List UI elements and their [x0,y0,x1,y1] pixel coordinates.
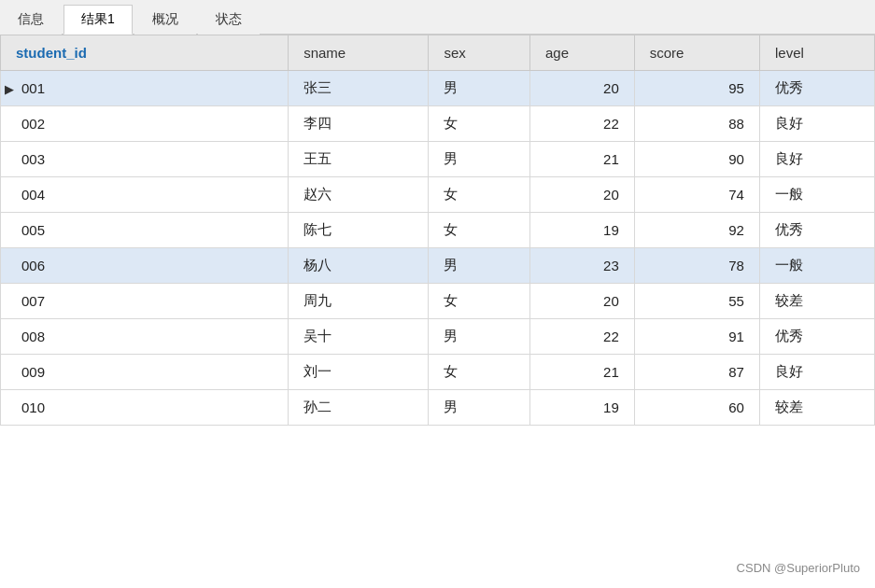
col-header-score: score [634,35,759,71]
cell-student_id-7: 008 [1,319,289,355]
cell-age-8: 21 [529,355,634,390]
cell-sex-8: 女 [429,355,530,390]
watermark: CSDN @SuperiorPluto [737,561,860,575]
cell-sex-1: 女 [429,106,530,142]
cell-value: 005 [21,222,45,238]
cell-value: 010 [21,399,45,415]
cell-value: 009 [21,364,45,380]
table-row[interactable]: 005陈七女1992优秀 [1,213,875,248]
cell-score-0: 95 [634,71,759,106]
cell-value: 003 [21,151,45,167]
cell-score-5: 78 [634,248,759,284]
row-indicator-icon: ▶ [5,81,14,95]
cell-age-4: 19 [529,213,634,248]
col-header-sex: sex [429,35,530,71]
table-container: student_idsnamesexagescorelevel ▶001张三男2… [0,35,875,426]
cell-score-3: 74 [634,177,759,213]
table-row[interactable]: ▶001张三男2095优秀 [1,71,875,106]
cell-level-8: 良好 [759,355,874,390]
cell-value: 007 [21,293,45,309]
cell-sex-2: 男 [429,142,530,177]
cell-sname-4: 陈七 [289,213,429,248]
cell-age-7: 22 [529,319,634,355]
cell-score-9: 60 [634,390,759,426]
cell-sname-5: 杨八 [289,248,429,284]
cell-sex-5: 男 [429,248,530,284]
cell-score-4: 92 [634,213,759,248]
cell-student_id-4: 005 [1,213,289,248]
cell-age-0: 20 [529,71,634,106]
table-row[interactable]: 009刘一女2187良好 [1,355,875,390]
cell-student_id-9: 010 [1,390,289,426]
tab-bar: 信息结果1概况状态 [0,0,875,35]
cell-student_id-2: 003 [1,142,289,177]
cell-level-7: 优秀 [759,319,874,355]
tab-状态[interactable]: 状态 [198,5,260,35]
col-header-age: age [529,35,634,71]
cell-age-6: 20 [529,284,634,319]
cell-level-3: 一般 [759,177,874,213]
cell-student_id-3: 004 [1,177,289,213]
cell-value: 008 [21,329,45,344]
cell-sex-4: 女 [429,213,530,248]
cell-sex-3: 女 [429,177,530,213]
cell-sname-9: 孙二 [289,390,429,426]
cell-value: 002 [21,116,45,132]
cell-score-6: 55 [634,284,759,319]
cell-sname-0: 张三 [289,71,429,106]
col-header-student_id: student_id [1,35,289,71]
cell-value: 004 [21,187,45,203]
cell-level-2: 良好 [759,142,874,177]
cell-sname-2: 王五 [289,142,429,177]
tab-信息[interactable]: 信息 [0,5,62,35]
cell-student_id-5: 006 [1,248,289,284]
cell-sname-6: 周九 [289,284,429,319]
cell-sname-8: 刘一 [289,355,429,390]
data-table: student_idsnamesexagescorelevel ▶001张三男2… [0,35,875,426]
cell-student_id-6: 007 [1,284,289,319]
table-header-row: student_idsnamesexagescorelevel [1,35,875,71]
cell-value: 006 [21,258,45,273]
cell-score-1: 88 [634,106,759,142]
cell-sex-6: 女 [429,284,530,319]
cell-age-1: 22 [529,106,634,142]
table-row[interactable]: 004赵六女2074一般 [1,177,875,213]
cell-student_id-0: ▶001 [1,71,289,106]
cell-age-5: 23 [529,248,634,284]
cell-age-3: 20 [529,177,634,213]
cell-age-2: 21 [529,142,634,177]
table-body: ▶001张三男2095优秀002李四女2288良好003王五男2190良好004… [1,71,875,426]
table-row[interactable]: 002李四女2288良好 [1,106,875,142]
cell-value: 001 [21,80,45,96]
cell-score-8: 87 [634,355,759,390]
cell-sex-0: 男 [429,71,530,106]
col-header-level: level [759,35,874,71]
cell-level-1: 良好 [759,106,874,142]
cell-student_id-8: 009 [1,355,289,390]
cell-sex-7: 男 [429,319,530,355]
cell-level-4: 优秀 [759,213,874,248]
cell-score-2: 90 [634,142,759,177]
cell-age-9: 19 [529,390,634,426]
table-row[interactable]: 008吴十男2291优秀 [1,319,875,355]
table-row[interactable]: 007周九女2055较差 [1,284,875,319]
table-row[interactable]: 003王五男2190良好 [1,142,875,177]
cell-level-6: 较差 [759,284,874,319]
cell-sname-3: 赵六 [289,177,429,213]
cell-student_id-1: 002 [1,106,289,142]
cell-sname-1: 李四 [289,106,429,142]
cell-level-0: 优秀 [759,71,874,106]
cell-sex-9: 男 [429,390,530,426]
table-row[interactable]: 010孙二男1960较差 [1,390,875,426]
cell-sname-7: 吴十 [289,319,429,355]
table-row[interactable]: 006杨八男2378一般 [1,248,875,284]
tab-概况[interactable]: 概况 [134,5,196,35]
col-header-sname: sname [289,35,429,71]
cell-score-7: 91 [634,319,759,355]
cell-level-5: 一般 [759,248,874,284]
tab-结果1[interactable]: 结果1 [64,5,133,35]
cell-level-9: 较差 [759,390,874,426]
